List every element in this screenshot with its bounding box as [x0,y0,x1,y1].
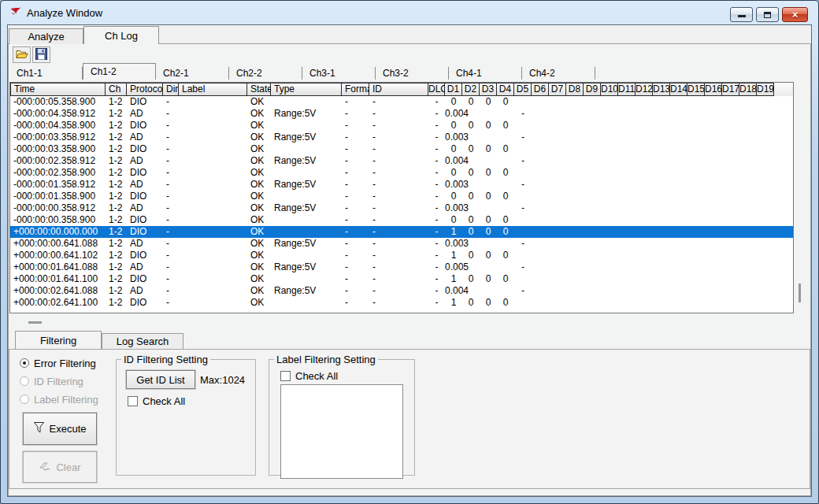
cell-d15 [687,143,705,155]
cell-d18 [739,214,757,226]
cell-dir: - [163,108,179,120]
ch-log-table[interactable]: TimeChProtocolDirLabelStateTypeFormatIDD… [9,82,794,313]
table-row[interactable]: -000:00:05.358.9001-2DIO-OK---0000 [10,96,793,108]
cell-ch: 1-2 [106,179,127,191]
channel-tab-ch1-1[interactable]: Ch1-1 [9,67,83,80]
clear-button[interactable]: Clear [23,451,97,483]
id-filtering-group: ID Filtering Setting Get ID List Max:102… [116,354,256,476]
cell-d5: - [514,179,532,191]
cell-d13 [653,238,670,250]
execute-button[interactable]: Execute [23,413,97,445]
cell-id: - [369,285,428,297]
tab-log-search[interactable]: Log Search [102,333,183,349]
cell-d3 [480,155,497,167]
id-check-all-checkbox[interactable] [128,396,138,406]
cell-d7 [549,108,566,120]
column-header-d13: D13 [653,83,670,96]
cell-dlc: - [428,226,445,238]
vertical-splitter-handle[interactable] [799,284,801,302]
table-row-selected[interactable]: +000:00:00.000.0001-2DIO-OK---1000 [10,226,793,238]
label-check-all[interactable]: Check All [280,370,338,381]
table-row[interactable]: -000:00:01.358.9001-2DIO-OK---0000 [10,191,793,202]
channel-tab-ch3-1[interactable]: Ch3-1 [302,67,376,80]
cell-d16 [705,167,722,179]
id-check-all[interactable]: Check All [128,395,185,406]
table-row[interactable]: +000:00:02.641.1001-2DIO-OK---1000 [10,297,793,309]
filtering-panel: Error FilteringID FilteringLabel Filteri… [9,349,810,489]
table-row[interactable]: -000:00:04.358.9121-2AD-OKRange:5V---0.0… [10,108,793,120]
cell-d15 [687,273,705,285]
tab-filtering[interactable]: Filtering [15,331,102,349]
cell-d14 [670,132,687,143]
cell-d10 [601,273,618,285]
table-row[interactable]: +000:00:01.641.0881-2AD-OKRange:5V---0.0… [10,261,793,273]
cell-d11 [618,179,636,191]
cell-d19 [757,214,774,226]
label-check-all-checkbox[interactable] [280,371,291,381]
table-row[interactable]: -000:00:01.358.9121-2AD-OKRange:5V---0.0… [10,179,793,191]
save-file-button[interactable] [32,46,50,63]
cell-d10 [601,297,618,309]
cell-d3 [480,202,497,214]
table-row[interactable]: +000:00:00.641.0881-2AD-OKRange:5V---0.0… [10,238,793,250]
open-file-button[interactable] [13,46,31,63]
table-row[interactable]: -000:00:02.358.9121-2AD-OKRange:5V---0.0… [10,155,793,167]
cell-dir: - [163,96,179,108]
maximize-button[interactable] [756,7,779,22]
table-row[interactable]: -000:00:02.358.9001-2DIO-OK---0000 [10,167,793,179]
cell-d19 [757,226,774,238]
radio-indicator[interactable] [20,358,29,368]
minimize-button[interactable] [730,7,753,22]
cell-d5 [514,96,532,108]
cell-d17 [722,226,739,238]
radio-error-filtering[interactable]: Error Filtering [20,357,98,369]
cell-d3 [480,285,497,297]
cell-d7 [549,96,566,108]
cell-time: -000:00:04.358.912 [10,108,106,120]
column-header-type: Type [271,83,342,96]
channel-tab-ch2-1[interactable]: Ch2-1 [156,67,229,80]
cell-d6 [532,108,549,120]
cell-id: - [369,238,428,250]
table-row[interactable]: -000:00:04.358.9001-2DIO-OK---0000 [10,120,793,132]
toolbar [13,46,50,63]
cell-d7 [549,238,566,250]
column-header-d1: D1 [445,83,462,96]
cell-d4 [497,155,514,167]
table-row[interactable]: +000:00:00.641.1021-2DIO-OK---1000 [10,250,793,261]
column-header-d8: D8 [566,83,584,96]
cell-d3: 0 [480,226,497,238]
cell-d5 [514,273,532,285]
channel-tab-ch4-1[interactable]: Ch4-1 [449,67,522,80]
table-row[interactable]: -000:00:00.358.9121-2AD-OKRange:5V---0.0… [10,202,793,214]
cell-dlc: - [428,214,445,226]
cell-d2 [462,285,480,297]
cell-d10 [601,143,618,155]
tab-ch-log[interactable]: Ch Log [83,26,159,44]
table-row[interactable]: -000:00:03.358.9121-2AD-OKRange:5V---0.0… [10,132,793,143]
column-header-d19: D19 [757,83,774,96]
get-id-list-button[interactable]: Get ID List [126,370,195,389]
close-button[interactable]: × [782,7,808,22]
table-row[interactable]: -000:00:03.358.9001-2DIO-OK---0000 [10,143,793,155]
table-row[interactable]: -000:00:00.358.9001-2DIO-OK---0000 [10,214,793,226]
channel-tab-ch3-2[interactable]: Ch3-2 [376,67,449,80]
cell-format: - [342,250,369,261]
horizontal-splitter-handle[interactable] [28,321,42,324]
cell-d17 [722,238,739,250]
cell-d2 [462,108,480,120]
cell-d7 [549,179,566,191]
cell-d10 [601,120,618,132]
table-row[interactable]: +000:00:02.641.0881-2AD-OKRange:5V---0.0… [10,285,793,297]
channel-tab-ch4-2[interactable]: Ch4-2 [522,67,595,80]
cell-d17 [722,108,739,120]
channel-tab-ch1-2[interactable]: Ch1-2 [83,63,156,80]
titlebar[interactable]: Analyze Window × [1,1,818,24]
cell-d6 [532,96,549,108]
label-filter-listbox[interactable] [280,384,403,479]
table-row[interactable]: +000:00:01.641.1001-2DIO-OK---1000 [10,273,793,285]
tab-analyze[interactable]: Analyze [9,28,83,44]
cell-d10 [601,191,618,202]
channel-tab-ch2-2[interactable]: Ch2-2 [229,67,302,80]
cell-d2: 0 [462,226,480,238]
